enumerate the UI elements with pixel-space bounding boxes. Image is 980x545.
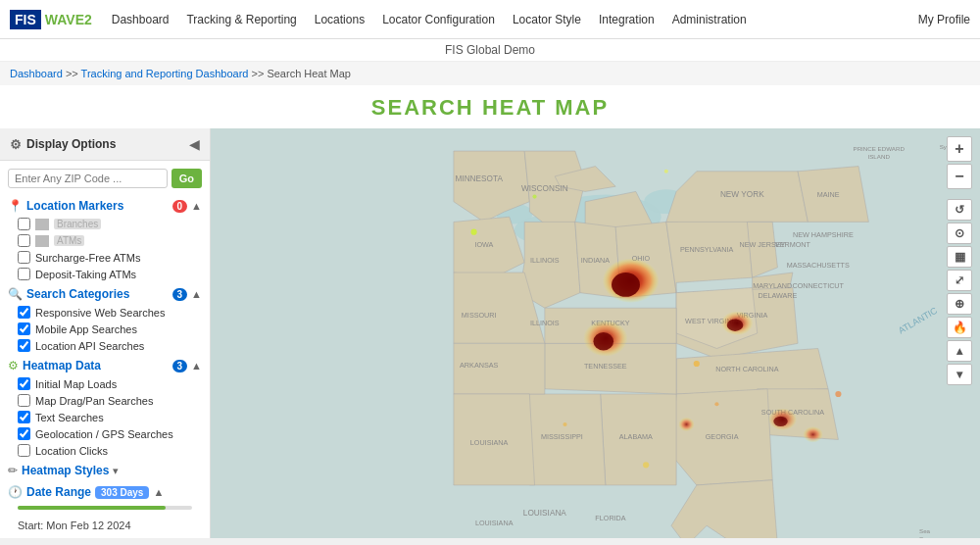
page-title: SEARCH HEAT MAP <box>0 95 980 121</box>
deposit-taking-checkbox[interactable] <box>18 268 30 280</box>
geolocation-checkbox[interactable] <box>18 427 30 440</box>
map-grid-button[interactable]: ▦ <box>947 246 972 268</box>
svg-text:INDIANA: INDIANA <box>581 256 610 265</box>
responsive-web-item: Responsive Web Searches <box>0 304 210 321</box>
search-categories-badge: 3 <box>172 288 188 301</box>
map-heatmap-button[interactable]: 🔥 <box>947 317 972 338</box>
search-categories-title: Search Categories <box>26 287 169 301</box>
search-categories-header[interactable]: 🔍 Search Categories 3 ▲ <box>0 282 210 304</box>
surcharge-free-item: Surcharge-Free ATMs <box>0 249 210 266</box>
map-reset-button[interactable]: ↺ <box>947 199 972 221</box>
heatmap-data-title: Heatmap Data <box>23 359 169 372</box>
logo-wave2-text: WAVE2 <box>45 12 92 27</box>
svg-text:ISLAND: ISLAND <box>868 153 891 160</box>
breadcrumb-dashboard[interactable]: Dashboard <box>10 68 63 79</box>
deposit-taking-label: Deposit-Taking ATMs <box>35 269 136 280</box>
location-api-checkbox[interactable] <box>18 339 30 352</box>
branches-item: Branches <box>0 216 210 232</box>
page-title-part1: SEARCH <box>371 95 482 120</box>
map-fullscreen-button[interactable]: ⤢ <box>947 270 972 291</box>
nav-locator-config[interactable]: Locator Configuration <box>382 13 495 26</box>
zip-input[interactable] <box>8 169 168 188</box>
mobile-app-checkbox[interactable] <box>18 322 30 335</box>
nav-links: Dashboard Tracking & Reporting Locations… <box>112 13 918 26</box>
date-range-header[interactable]: 🕐 Date Range 303 Days ▲ <box>0 480 210 502</box>
map-locate-button[interactable]: ⊙ <box>947 223 972 244</box>
responsive-web-checkbox[interactable] <box>18 306 30 319</box>
my-profile-link[interactable]: My Profile <box>918 13 970 26</box>
atms-checkbox[interactable] <box>18 234 30 247</box>
svg-point-51 <box>694 361 700 367</box>
svg-text:LOUISIANA: LOUISIANA <box>523 509 567 518</box>
svg-point-53 <box>835 391 841 397</box>
sub-header-text: FIS Global Demo <box>445 43 535 57</box>
go-button[interactable]: Go <box>172 169 202 188</box>
date-range-title: Date Range <box>26 485 91 499</box>
date-info: Start: Mon Feb 12 2024 End: Tue Dec 10 2… <box>0 514 210 538</box>
location-clicks-item: Location Clicks <box>0 442 210 459</box>
heatmap-data-header[interactable]: ⚙ Heatmap Data 3 ▲ <box>0 354 210 375</box>
location-markers-header[interactable]: 📍 Location Markers 0 ▲ <box>0 194 210 216</box>
sidebar-header-title: ⚙ Display Options <box>10 137 116 152</box>
text-searches-checkbox[interactable] <box>18 411 30 423</box>
map-drag-item: Map Drag/Pan Searches <box>0 392 210 409</box>
heatmap-styles-header[interactable]: ✏ Heatmap Styles ▾ <box>0 459 210 480</box>
atms-item: ATMs <box>0 232 210 249</box>
breadcrumb-current: Search Heat Map <box>267 68 351 79</box>
surcharge-free-label: Surcharge-Free ATMs <box>35 252 140 264</box>
nav-tracking[interactable]: Tracking & Reporting <box>186 13 296 26</box>
svg-text:NEW HAMPSHIRE: NEW HAMPSHIRE <box>793 230 854 239</box>
nav-locator-style[interactable]: Locator Style <box>513 13 581 26</box>
nav-locations[interactable]: Locations <box>315 13 365 26</box>
map-up-button[interactable]: ▴ <box>947 340 972 362</box>
svg-text:MAINE: MAINE <box>817 190 840 199</box>
date-start: Start: Mon Feb 12 2024 <box>18 518 192 535</box>
date-range-slider[interactable] <box>0 502 210 514</box>
svg-point-45 <box>773 417 787 426</box>
surcharge-free-checkbox[interactable] <box>18 251 30 264</box>
location-markers-title: Location Markers <box>26 199 169 213</box>
date-end: End: Tue Dec 10 2024 <box>18 535 192 538</box>
clock-icon: 🕐 <box>8 485 23 499</box>
zoom-out-button[interactable]: − <box>947 164 972 189</box>
location-markers-badge: 0 <box>172 200 188 213</box>
map-down-button[interactable]: ▾ <box>947 364 972 385</box>
heatmap-styles-title: Heatmap Styles <box>22 464 109 477</box>
map-drag-checkbox[interactable] <box>18 394 30 407</box>
sidebar: ⚙ Display Options ◀ Go 📍 Location Marker… <box>0 128 211 538</box>
initial-map-loads-item: Initial Map Loads <box>0 375 210 392</box>
svg-text:Sea: Sea <box>919 528 931 535</box>
branches-checkbox[interactable] <box>18 218 30 230</box>
location-clicks-checkbox[interactable] <box>18 444 30 457</box>
top-nav: FIS WAVE2 Dashboard Tracking & Reporting… <box>0 0 980 39</box>
page-title-part2: HEAT MAP <box>482 95 609 120</box>
svg-text:WISCONSIN: WISCONSIN <box>521 184 568 193</box>
nav-administration[interactable]: Administration <box>672 13 747 26</box>
svg-text:MINNESOTA: MINNESOTA <box>455 174 503 183</box>
nav-dashboard[interactable]: Dashboard <box>112 13 170 26</box>
svg-text:GEORGIA: GEORGIA <box>706 432 739 441</box>
collapse-sidebar-icon[interactable]: ◀ <box>189 136 200 152</box>
map-drag-label: Map Drag/Pan Searches <box>35 395 153 407</box>
branches-label: Branches <box>54 219 101 229</box>
zoom-in-button[interactable]: + <box>947 136 972 162</box>
mobile-app-label: Mobile App Searches <box>35 323 137 335</box>
svg-text:MISSOURI: MISSOURI <box>462 312 497 321</box>
svg-text:TENNESSEE: TENNESSEE <box>584 362 627 371</box>
svg-text:NEW YORK: NEW YORK <box>720 190 764 199</box>
breadcrumb-tracking[interactable]: Tracking and Reporting Dashboard <box>81 68 249 79</box>
main-layout: ⚙ Display Options ◀ Go 📍 Location Marker… <box>0 128 980 538</box>
svg-point-43 <box>727 320 744 331</box>
search-categories-chevron: ▲ <box>191 288 202 300</box>
breadcrumb-sep2: >> <box>251 68 267 79</box>
nav-integration[interactable]: Integration <box>599 13 655 26</box>
svg-point-41 <box>593 332 613 351</box>
svg-text:PENNSYLVANIA: PENNSYLVANIA <box>680 245 733 254</box>
initial-map-loads-checkbox[interactable] <box>18 377 30 390</box>
svg-text:FLORIDA: FLORIDA <box>595 514 625 522</box>
svg-point-47 <box>678 418 695 431</box>
map-pin-button[interactable]: ⊕ <box>947 293 972 315</box>
svg-point-50 <box>664 170 668 173</box>
map-area[interactable]: + − ↺ ⊙ ▦ ⤢ ⊕ 🔥 ▴ ▾ <box>211 128 980 538</box>
display-options-label: Display Options <box>26 137 116 151</box>
